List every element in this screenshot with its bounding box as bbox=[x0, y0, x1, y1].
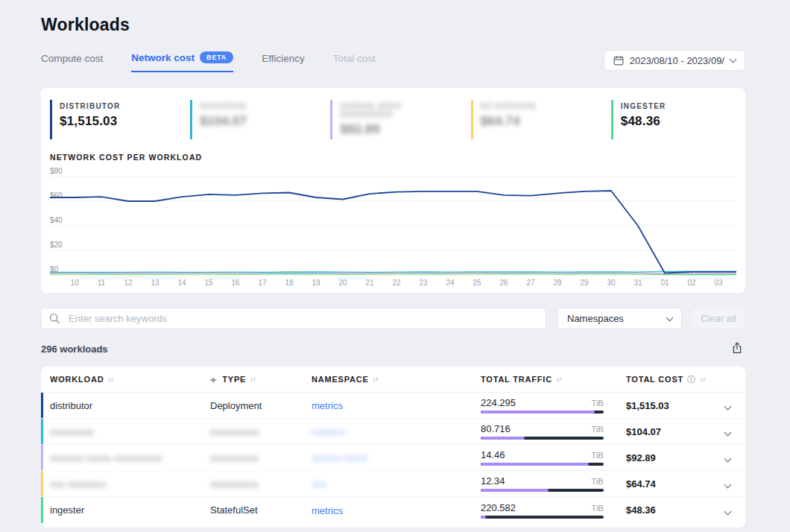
tab-efficiency[interactable]: Efficiency bbox=[262, 47, 305, 72]
x-axis-tick: 23 bbox=[419, 279, 428, 287]
row-color-stripe bbox=[41, 419, 43, 444]
tab-label: Efficiency bbox=[262, 53, 305, 64]
traffic-unit: TiB bbox=[591, 504, 604, 513]
table-header: WORKLOAD↓↑◂|▸TYPE↓↑NAMESPACE↓↑TOTAL TRAF… bbox=[41, 367, 745, 393]
date-range-picker[interactable]: 2023/08/10 - 2023/09/ bbox=[604, 50, 745, 71]
column-header-workload[interactable]: WORKLOAD↓↑ bbox=[50, 375, 210, 384]
search-input[interactable] bbox=[41, 308, 546, 329]
total-traffic-cell: 14.46TiB bbox=[481, 449, 604, 466]
column-header-namespace[interactable]: NAMESPACE↓↑ bbox=[312, 375, 481, 384]
row-expand-chevron-icon[interactable] bbox=[724, 403, 732, 411]
sort-icon[interactable]: ↓↑ bbox=[700, 376, 705, 383]
table-row-ingester[interactable]: ingesterStatefulSetmetrics220.582TiB$48.… bbox=[41, 497, 745, 523]
namespace-link[interactable]: metrics bbox=[312, 400, 343, 411]
clear-all-button[interactable]: Clear all bbox=[692, 308, 745, 329]
workload-type: StatefulSet bbox=[210, 504, 312, 516]
traffic-ratio-bar bbox=[481, 463, 604, 466]
row-expand-chevron-icon[interactable] bbox=[724, 481, 732, 489]
summary-card: xxxxxx xxxx xxxxxxxxx$92.89 bbox=[330, 100, 455, 139]
workload-type: xxxxxxxxxx bbox=[210, 452, 312, 463]
chevron-down-icon bbox=[666, 314, 674, 321]
page: Workloads Compute costNetwork costBETAEf… bbox=[41, 0, 745, 528]
sort-icon[interactable]: ↓↑ bbox=[250, 376, 255, 383]
tabs-row: Compute costNetwork costBETAEfficiencyTo… bbox=[41, 47, 745, 72]
sort-icon[interactable]: ↓↑ bbox=[107, 376, 113, 383]
column-header-total-cost[interactable]: TOTAL COSTⓘ↓↑ bbox=[626, 374, 705, 385]
summary-card: INGESTER$48.36 bbox=[611, 100, 736, 139]
tab-label: Compute cost bbox=[41, 53, 103, 64]
info-icon[interactable]: ⓘ bbox=[687, 374, 696, 385]
sort-icon[interactable]: ↓↑ bbox=[556, 376, 561, 383]
tab-network-cost[interactable]: Network costBETA bbox=[131, 47, 233, 72]
x-axis-tick: 30 bbox=[607, 279, 616, 287]
workload-type: Deployment bbox=[210, 400, 312, 411]
tab-total-cost[interactable]: Total cost bbox=[333, 47, 376, 72]
sort-icon[interactable]: ↓↑ bbox=[373, 376, 378, 383]
workload-count: 296 workloads bbox=[41, 343, 108, 355]
namespaces-select[interactable]: Namespaces bbox=[557, 308, 682, 329]
table-body: distributorDeploymentmetrics224.295TiB$1… bbox=[41, 393, 745, 523]
search-box[interactable] bbox=[41, 308, 546, 329]
table-row-redacted-1[interactable]: xxxxxxxxxxxxxxxxxxxxxxxxxx80.716TiB$104.… bbox=[41, 419, 745, 445]
traffic-value: 224.295 bbox=[481, 397, 516, 408]
traffic-value: 80.716 bbox=[481, 423, 511, 434]
table-row-distributor[interactable]: distributorDeploymentmetrics224.295TiB$1… bbox=[41, 393, 745, 419]
y-axis-tick: $80 bbox=[50, 167, 63, 175]
row-color-stripe bbox=[41, 497, 43, 523]
x-axis-tick: 21 bbox=[365, 279, 374, 287]
summary-card-value: $104.07 bbox=[200, 114, 315, 129]
export-button[interactable] bbox=[729, 341, 745, 358]
namespace-link[interactable]: xxxxxx xxxxx bbox=[312, 452, 367, 463]
y-axis-tick: $60 bbox=[50, 191, 63, 200]
table-row-redacted-3[interactable]: xxx xxxxxxxxxxxxxxxxxxxxx12.34TiB$64.74 bbox=[41, 471, 745, 497]
total-cost-value: $48.36 bbox=[626, 504, 705, 516]
summary-card: xx xxxxxxx$64.74 bbox=[471, 100, 596, 139]
export-icon bbox=[732, 342, 742, 354]
namespace-link[interactable]: xxx bbox=[312, 478, 326, 490]
x-axis-tick: 25 bbox=[473, 279, 481, 287]
date-range-value: 2023/08/10 - 2023/09/ bbox=[630, 55, 724, 66]
x-axis-tick: 28 bbox=[553, 279, 562, 287]
column-header-total-traffic[interactable]: TOTAL TRAFFIC↓↑ bbox=[481, 375, 626, 384]
namespace-link[interactable]: xxxxxxx bbox=[312, 426, 346, 437]
traffic-unit: TiB bbox=[591, 451, 604, 460]
workload-type: xxxxxxxxxx bbox=[210, 426, 312, 437]
summary-card: xxxxxxxx$104.07 bbox=[190, 100, 315, 139]
column-header-type[interactable]: ◂|▸TYPE↓↑ bbox=[210, 375, 312, 384]
total-traffic-cell: 12.34TiB bbox=[481, 475, 604, 492]
x-axis-tick: 01 bbox=[660, 279, 669, 287]
row-expand-chevron-icon[interactable] bbox=[724, 507, 732, 515]
y-axis-tick: $40 bbox=[50, 216, 63, 224]
x-axis-tick: 18 bbox=[285, 279, 294, 287]
row-expand-chevron-icon[interactable] bbox=[724, 429, 732, 437]
namespace-link[interactable]: metrics bbox=[312, 505, 343, 516]
summary-card: DISTRIBUTOR$1,515.03 bbox=[50, 100, 175, 139]
page-title: Workloads bbox=[41, 0, 745, 35]
series-redacted-1 bbox=[50, 271, 736, 272]
summary-card-value: $48.36 bbox=[621, 114, 736, 129]
row-expand-chevron-icon[interactable] bbox=[724, 455, 732, 463]
x-axis-tick: 11 bbox=[98, 279, 106, 287]
total-cost-value: $1,515.03 bbox=[626, 400, 705, 411]
workload-name: xxxxxxxxx bbox=[50, 426, 210, 437]
column-resize-icon[interactable]: ◂|▸ bbox=[210, 376, 215, 383]
tab-compute-cost[interactable]: Compute cost bbox=[41, 47, 103, 72]
x-axis-tick: 03 bbox=[714, 279, 723, 287]
traffic-value: 12.34 bbox=[481, 475, 505, 487]
summary-cards: DISTRIBUTOR$1,515.03xxxxxxxx$104.07xxxxx… bbox=[50, 100, 736, 139]
summary-card-value: $92.89 bbox=[340, 122, 455, 137]
x-axis-tick: 27 bbox=[526, 279, 535, 287]
x-axis-tick: 26 bbox=[499, 279, 508, 287]
table-row-redacted-2[interactable]: xxxxxxx xxxxx xxxxxxxxxxxxxxxxxxxxxxxxxx… bbox=[41, 445, 745, 471]
column-header-label: TOTAL COST bbox=[626, 375, 683, 384]
filter-row: Namespaces Clear all bbox=[41, 308, 745, 329]
workload-name: ingester bbox=[50, 504, 210, 516]
chart-title: NETWORK COST PER WORKLOAD bbox=[50, 153, 736, 162]
workload-name: distributor bbox=[50, 400, 210, 411]
series-distributor bbox=[50, 191, 736, 273]
traffic-unit: TiB bbox=[591, 477, 604, 486]
total-cost-value: $92.89 bbox=[626, 452, 705, 463]
row-color-stripe bbox=[41, 393, 43, 418]
row-color-stripe bbox=[41, 445, 43, 470]
total-cost-value: $104.07 bbox=[626, 426, 705, 437]
